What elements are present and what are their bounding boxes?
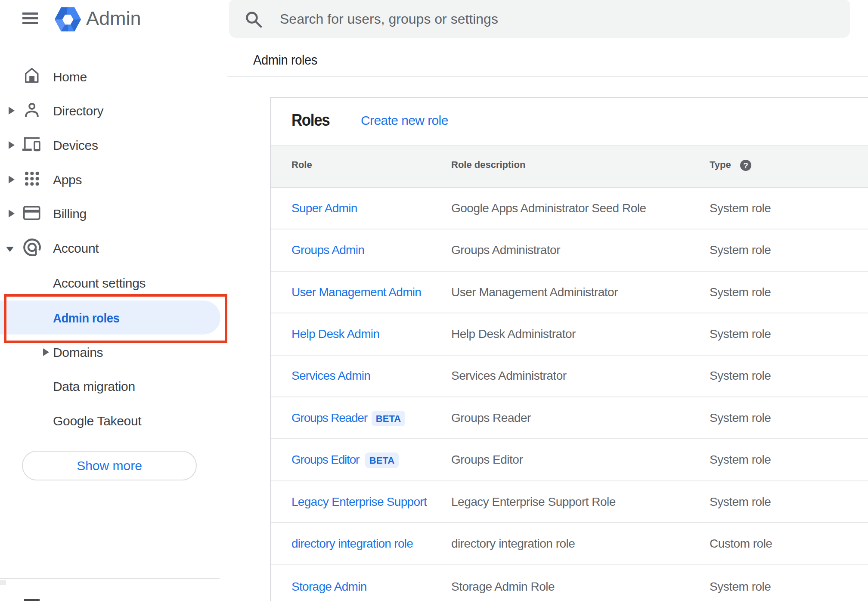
svg-text:?: ? xyxy=(743,161,748,170)
